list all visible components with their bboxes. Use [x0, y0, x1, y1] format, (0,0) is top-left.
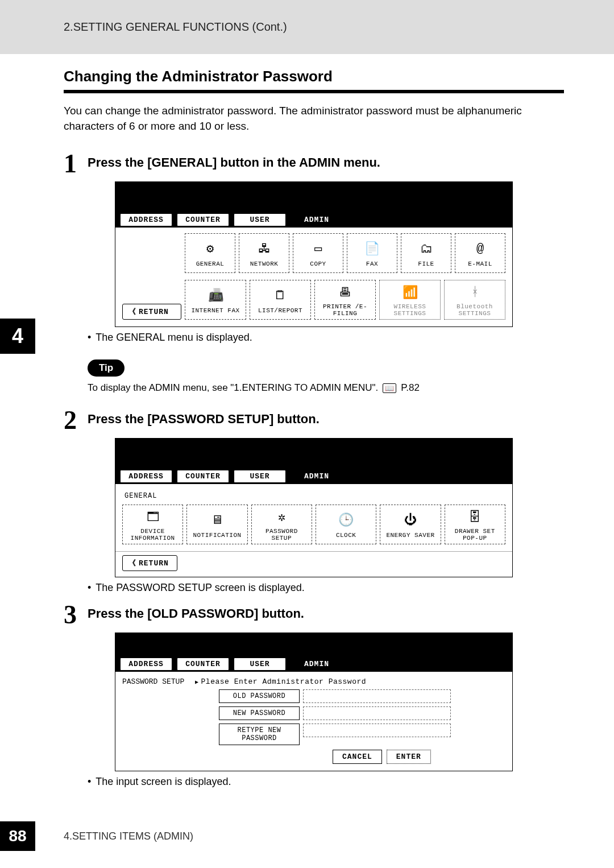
general-menu-screenshot: ADDRESS COUNTER USER ADMIN GENERAL 🗔DEVI…: [115, 438, 513, 577]
tab-counter[interactable]: COUNTER: [177, 470, 229, 483]
copy-button[interactable]: ▭COPY: [293, 233, 343, 273]
drawer-icon: 🗄: [464, 507, 485, 527]
password-setup-screenshot: ADDRESS COUNTER USER ADMIN PASSWORD SETU…: [115, 633, 513, 771]
step2-note: The PASSWORD SETUP screen is displayed.: [88, 582, 564, 594]
password-setup-button[interactable]: ✲PASSWORD SETUP: [251, 505, 312, 544]
network-button[interactable]: 🖧NETWORK: [239, 233, 289, 273]
page-number: 88: [0, 821, 35, 851]
wireless-settings-button: 📶WIRELESS SETTINGS: [379, 280, 441, 320]
tab-user[interactable]: USER: [234, 658, 286, 671]
new-password-field[interactable]: [303, 706, 451, 720]
tab-address[interactable]: ADDRESS: [120, 658, 172, 671]
tab-counter[interactable]: COUNTER: [177, 213, 229, 226]
enter-button[interactable]: ENTER: [387, 750, 431, 764]
tab-user[interactable]: USER: [234, 213, 286, 226]
drawer-set-popup-button[interactable]: 🗄DRAWER SET POP-UP: [445, 505, 505, 544]
intro-text: You can change the administrator passwor…: [64, 104, 564, 134]
prompt-text: Please Enter Administrator Password: [195, 677, 366, 686]
tab-address[interactable]: ADDRESS: [120, 470, 172, 483]
general-icon: ⚙: [200, 239, 221, 259]
notification-icon: 🖥: [207, 510, 227, 531]
list-report-icon: 🗒: [270, 286, 291, 306]
device-information-button[interactable]: 🗔DEVICE INFORMATION: [122, 505, 183, 544]
tab-admin[interactable]: ADMIN: [291, 658, 343, 671]
old-password-field[interactable]: [303, 689, 451, 703]
retype-password-button[interactable]: RETYPE NEW PASSWORD: [219, 724, 300, 745]
section-title: Changing the Administrator Password: [64, 68, 564, 85]
printer-efiling-button[interactable]: 🖶PRINTER /E-FILING: [314, 280, 376, 320]
general-button[interactable]: ⚙GENERAL: [185, 233, 235, 273]
password-icon: ✲: [271, 507, 292, 527]
tip-tag: Tip: [88, 359, 125, 377]
book-icon: 📖: [383, 383, 396, 393]
step-title-2: Press the [PASSWORD SETUP] button.: [88, 407, 320, 427]
tab-admin[interactable]: ADMIN: [291, 470, 343, 483]
device-info-icon: 🗔: [143, 507, 163, 527]
return-button[interactable]: RETURN: [122, 304, 181, 320]
step-title-3: Press the [OLD PASSWORD] button.: [88, 602, 304, 621]
clock-icon: 🕒: [336, 510, 356, 531]
step1-note: The GENERAL menu is displayed.: [88, 332, 564, 344]
running-header-text: 2.SETTING GENERAL FUNCTIONS (Cont.): [64, 20, 287, 34]
file-button[interactable]: 🗂FILE: [401, 233, 451, 273]
running-header: 2.SETTING GENERAL FUNCTIONS (Cont.): [0, 0, 614, 54]
page-footer: 88 4.SETTING ITEMS (ADMIN): [0, 821, 193, 851]
footer-chapter: 4.SETTING ITEMS (ADMIN): [64, 830, 193, 842]
tab-counter[interactable]: COUNTER: [177, 658, 229, 671]
network-icon: 🖧: [254, 239, 275, 259]
step-number-1: 1: [64, 151, 88, 177]
title-rule: [64, 90, 564, 93]
bluetooth-settings-button: ᚼBluetooth SETTINGS: [444, 280, 505, 320]
fax-button[interactable]: 📄FAX: [347, 233, 397, 273]
admin-menu-screenshot: ADDRESS COUNTER USER ADMIN RETURN ⚙GENER…: [115, 181, 513, 327]
retype-password-field[interactable]: [303, 724, 451, 737]
fax-icon: 📄: [362, 239, 383, 259]
energy-saver-button[interactable]: ⏻ENERGY SAVER: [380, 505, 441, 544]
email-icon: @: [470, 239, 491, 259]
tab-admin[interactable]: ADMIN: [291, 213, 343, 226]
tip-text: To display the ADMIN menu, see "1.ENTERI…: [88, 382, 564, 394]
tab-user[interactable]: USER: [234, 470, 286, 483]
notification-button[interactable]: 🖥NOTIFICATION: [186, 505, 247, 544]
wireless-icon: 📶: [400, 283, 420, 302]
cancel-button[interactable]: CANCEL: [333, 750, 382, 764]
printer-icon: 🖶: [335, 283, 355, 302]
copy-icon: ▭: [308, 239, 329, 259]
step-title-1: Press the [GENERAL] button in the ADMIN …: [88, 151, 380, 170]
internet-fax-button[interactable]: 📠INTERNET FAX: [185, 280, 246, 320]
list-report-button[interactable]: 🗒LIST/REPORT: [250, 280, 311, 320]
clock-button[interactable]: 🕒CLOCK: [316, 505, 376, 544]
step3-note: The input screen is displayed.: [88, 776, 564, 788]
chapter-tab: 4: [0, 319, 35, 354]
return-button[interactable]: RETURN: [122, 555, 177, 571]
energy-icon: ⏻: [400, 510, 421, 531]
internet-fax-icon: 📠: [205, 286, 226, 306]
breadcrumb-general: GENERAL: [125, 492, 505, 500]
step-number-2: 2: [64, 407, 88, 433]
old-password-button[interactable]: OLD PASSWORD: [219, 689, 300, 703]
new-password-button[interactable]: NEW PASSWORD: [219, 706, 300, 720]
breadcrumb-password-setup: PASSWORD SETUP: [122, 677, 195, 686]
file-icon: 🗂: [416, 239, 437, 259]
bluetooth-icon: ᚼ: [464, 283, 485, 302]
step-number-3: 3: [64, 602, 88, 628]
email-button[interactable]: @E-MAIL: [455, 233, 505, 273]
tab-address[interactable]: ADDRESS: [120, 213, 172, 226]
